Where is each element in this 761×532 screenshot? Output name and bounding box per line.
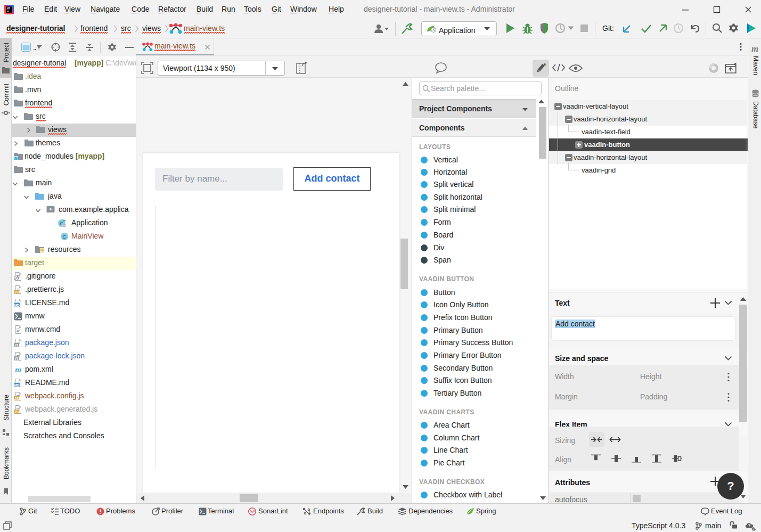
svg-text:MD: MD [14,304,19,307]
svg-text:C: C [63,234,67,240]
svg-text:JS: JS [14,397,19,400]
svg-text:{}: {} [15,357,18,361]
svg-text:JS: JS [14,410,19,414]
svg-text:JS: JS [14,290,19,294]
svg-text:{}: {} [15,343,18,348]
svg-text:m: m [15,365,21,374]
svg-text:MD: MD [14,383,19,387]
svg-text:?: ? [748,523,751,528]
